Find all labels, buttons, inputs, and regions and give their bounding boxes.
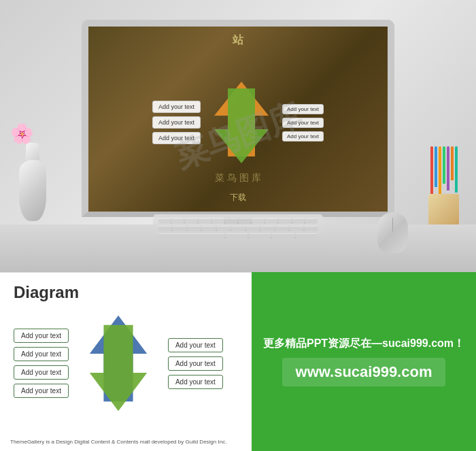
diagram-box-l1: Add your text — [14, 329, 69, 343]
key — [275, 226, 288, 231]
screen-box-2: Add your text — [152, 116, 201, 129]
svg-marker-1 — [214, 88, 269, 163]
key — [252, 218, 265, 224]
keyboard-row-1 — [158, 218, 318, 224]
key — [173, 226, 186, 231]
key — [212, 218, 224, 224]
key — [279, 218, 291, 224]
diagram-arrows-svg — [74, 312, 163, 414]
diagram-footer: ThemeGallery is a Design Digital Content… — [10, 438, 226, 446]
keyboard-row-3 — [158, 233, 318, 239]
key — [199, 218, 211, 224]
screen-box-3: Add your text — [152, 132, 201, 144]
screen-arrows-svg — [204, 78, 279, 167]
promo-panel: 更多精品PPT资源尽在—sucai999.com！ www.sucai999.c… — [252, 272, 476, 451]
diagram-title: Diagram — [14, 283, 241, 302]
key — [185, 218, 197, 224]
flowers-icon: 🌸 — [10, 122, 34, 145]
key — [158, 218, 171, 224]
key — [172, 218, 184, 224]
promo-top-text: 更多精品PPT资源尽在—sucai999.com！ — [253, 337, 475, 351]
bottom-section: Diagram Add your text Add your text Add … — [0, 272, 476, 451]
diagram-box-l2: Add your text — [14, 347, 69, 361]
diagram-left-boxes: Add your text Add your text Add your tex… — [14, 329, 69, 398]
key — [226, 233, 248, 239]
screen-box-r3: Add your text — [282, 131, 324, 141]
keyboard-row-2 — [158, 226, 318, 231]
key-space — [158, 233, 224, 239]
screen-brand: 菜 鸟 图 库 — [215, 172, 261, 184]
top-section: 菜鸟图库 🌸 站 Add your text — [0, 0, 476, 272]
screen-box-1: Add your text — [152, 101, 201, 113]
key — [296, 233, 318, 239]
vase-body — [19, 160, 46, 221]
key — [239, 218, 251, 224]
screen-right-boxes: Add your text Add your text Add your tex… — [282, 104, 324, 141]
key — [305, 226, 318, 231]
pencil-cup — [428, 150, 466, 231]
screen-box-r1: Add your text — [282, 104, 324, 114]
monitor-screen: 站 Add your text Add your text Add your t… — [88, 27, 388, 212]
promo-url: www.sucai999.com — [282, 358, 446, 386]
key — [202, 226, 215, 231]
key — [188, 226, 201, 231]
pencils — [430, 146, 458, 197]
diagram-right-boxes: Add your text Add your text Add your tex… — [168, 338, 223, 389]
mouse — [377, 212, 408, 253]
vase-neck — [26, 143, 39, 160]
diagram-box-l4: Add your text — [14, 384, 69, 398]
key — [260, 226, 273, 231]
screen-title: 站 — [233, 33, 243, 48]
key — [265, 218, 277, 224]
keyboard — [153, 214, 323, 255]
screen-left-boxes: Add your text Add your text Add your tex… — [152, 101, 201, 144]
monitor: 站 Add your text Add your text Add your t… — [82, 20, 394, 239]
key — [225, 218, 237, 224]
keyboard-rows — [153, 214, 323, 243]
monitor-screen-bezel: 站 Add your text Add your text Add your t… — [82, 20, 394, 217]
screen-box-r2: Add your text — [282, 118, 324, 128]
arrows-container: Add your text Add your text Add your tex… — [152, 78, 324, 167]
diagram-content: Add your text Add your text Add your tex… — [14, 312, 241, 414]
key — [217, 226, 230, 231]
vase-decoration: 🌸 — [14, 143, 51, 231]
key — [305, 218, 318, 224]
diagram-box-l3: Add your text — [14, 365, 69, 380]
diagram-panel: Diagram Add your text Add your text Add … — [0, 272, 252, 451]
key — [272, 233, 294, 239]
diagram-box-r2: Add your text — [168, 356, 223, 371]
key — [158, 226, 171, 231]
key — [231, 226, 244, 231]
svg-marker-3 — [90, 325, 147, 412]
key — [290, 226, 303, 231]
mouse-line — [392, 218, 393, 231]
key — [249, 233, 271, 239]
diagram-box-r3: Add your text — [168, 375, 223, 389]
diagram-box-r1: Add your text — [168, 338, 223, 352]
key — [292, 218, 305, 224]
screen-subtitle: 下载 — [230, 192, 246, 203]
key — [246, 226, 259, 231]
